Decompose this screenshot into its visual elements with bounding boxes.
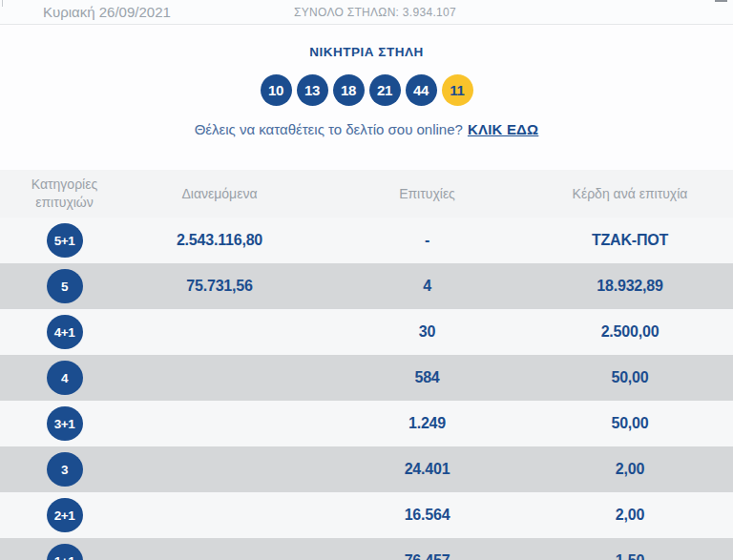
results-topbar: Κυριακή 26/09/2021 ΣΥΝΟΛΟ ΣΤΗΛΩΝ: 3.934.… <box>0 0 733 25</box>
winning-number-ball: 18 <box>333 74 365 106</box>
category-cell: 5 <box>0 269 129 303</box>
category-badge: 1+1 <box>47 544 83 560</box>
winning-column-section: ΝΙΚΗΤΡΙΑ ΣΤΗΛΗ 101318214411 Θέλεις να κα… <box>0 25 733 170</box>
table-row: 3+1 1.249 50,00 <box>0 401 733 446</box>
table-row: 4+1 30 2.500,00 <box>0 309 733 355</box>
winners-cell: 24.401 <box>310 461 544 478</box>
winning-number-ball: 21 <box>369 74 401 106</box>
winners-cell: 4 <box>310 278 544 295</box>
cropped-border-fragment-left <box>2 0 3 7</box>
table-row: 3 24.401 2,00 <box>0 446 733 492</box>
table-row: 4 584 50,00 <box>0 355 733 401</box>
table-row: 1+1 76.457 1,50 <box>0 538 733 560</box>
table-row: 5 75.731,56 4 18.932,89 <box>0 263 733 309</box>
winners-cell: 30 <box>310 323 544 341</box>
draw-date: Κυριακή 26/09/2021 <box>43 4 171 20</box>
prizes-table: Κατηγορίες επιτυχιών Διανεμόμενα Επιτυχί… <box>0 170 733 560</box>
category-cell: 5+1 <box>0 223 129 258</box>
category-badge: 5 <box>47 269 83 303</box>
column-header-categories: Κατηγορίες επιτυχιών <box>0 176 129 212</box>
prize-cell: 50,00 <box>544 415 716 432</box>
online-cta: Θέλεις να καταθέτεις το δελτίο σου onlin… <box>0 121 733 137</box>
winning-number-ball: 13 <box>297 74 328 106</box>
bonus-number-ball: 11 <box>442 74 473 106</box>
table-row: 2+1 16.564 2,00 <box>0 492 733 538</box>
category-badge: 3+1 <box>47 406 83 441</box>
category-cell: 4 <box>0 361 129 395</box>
category-badge: 5+1 <box>47 223 83 258</box>
winners-cell: 76.457 <box>310 552 544 560</box>
column-header-prize: Κέρδη ανά επιτυχία <box>544 185 716 203</box>
table-row: 5+1 2.543.116,80 - ΤΖΑΚ-ΠΟΤ <box>0 218 733 263</box>
prize-cell: 18.932,89 <box>544 278 716 295</box>
click-here-link[interactable]: ΚΛΙΚ ΕΔΩ <box>468 121 538 137</box>
category-cell: 3 <box>0 452 129 487</box>
winners-cell: 16.564 <box>310 507 544 524</box>
distributed-cell: 2.543.116,80 <box>129 232 310 249</box>
winning-column-title: ΝΙΚΗΤΡΙΑ ΣΤΗΛΗ <box>0 25 733 59</box>
prize-cell: ΤΖΑΚ-ΠΟΤ <box>544 232 716 249</box>
prize-cell: 1,50 <box>544 552 716 560</box>
category-badge: 2+1 <box>47 498 83 532</box>
winning-numbers-row: 101318214411 <box>0 74 733 106</box>
winning-number-ball: 44 <box>406 74 437 106</box>
distributed-cell: 75.731,56 <box>129 278 310 295</box>
prize-cell: 2,00 <box>544 507 716 524</box>
winners-cell: 1.249 <box>310 415 544 432</box>
category-cell: 4+1 <box>0 315 129 349</box>
joker-results-page: Κυριακή 26/09/2021 ΣΥΝΟΛΟ ΣΤΗΛΩΝ: 3.934.… <box>0 0 733 560</box>
category-badge: 4 <box>47 361 83 395</box>
prize-cell: 50,00 <box>544 369 716 386</box>
category-cell: 3+1 <box>0 406 129 441</box>
category-badge: 3 <box>47 452 83 487</box>
column-header-distributed: Διανεμόμενα <box>129 185 310 203</box>
total-columns-label: ΣΥΝΟΛΟ ΣΤΗΛΩΝ: 3.934.107 <box>294 6 456 19</box>
column-header-winners: Επιτυχίες <box>310 185 544 203</box>
online-cta-text: Θέλεις να καταθέτεις το δελτίο σου onlin… <box>195 121 463 137</box>
prize-cell: 2.500,00 <box>544 323 716 341</box>
cropped-border-fragment-right <box>715 0 727 2</box>
category-cell: 1+1 <box>0 544 129 560</box>
category-cell: 2+1 <box>0 498 129 532</box>
winners-cell: 584 <box>310 369 544 386</box>
category-badge: 4+1 <box>47 315 83 349</box>
prizes-table-body: 5+1 2.543.116,80 - ΤΖΑΚ-ΠΟΤ 5 75.731,56 … <box>0 218 733 560</box>
winning-number-ball: 10 <box>261 74 292 106</box>
prize-cell: 2,00 <box>544 461 716 478</box>
prizes-table-header: Κατηγορίες επιτυχιών Διανεμόμενα Επιτυχί… <box>0 170 733 218</box>
winners-cell: - <box>310 232 544 249</box>
